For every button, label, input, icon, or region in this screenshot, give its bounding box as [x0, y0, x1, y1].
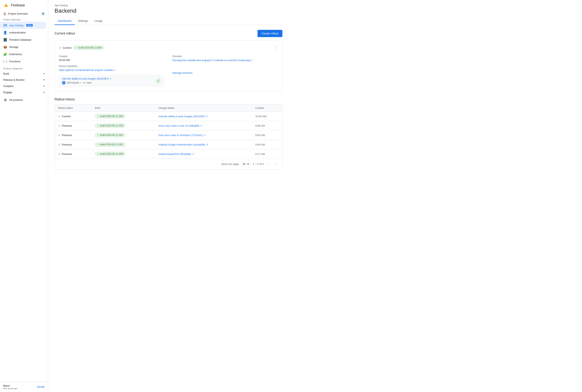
commit-check-icon: ✓: [156, 78, 161, 84]
items-per-page-label: Items per page:: [221, 162, 239, 166]
source-repo-url: https://github.com/jhuleatt/tmp-angular-…: [59, 68, 113, 72]
sidebar-header: Firebase: [0, 0, 48, 10]
row-change-link[interactable]: Post new chats to Firestore (7107a31) ↗: [158, 134, 206, 137]
build-check-icon: ✓: [76, 46, 78, 49]
pagination-info: 1 – 5 of 5: [253, 162, 264, 166]
sidebar-item-storage[interactable]: 📦 Storage: [0, 43, 46, 50]
create-rollout-button[interactable]: Create rollout: [258, 30, 282, 37]
chevron-down-icon: ▾: [43, 84, 45, 88]
sidebar-item-extensions[interactable]: 🧩 Extensions: [0, 50, 46, 58]
sidebar-item-functions[interactable]: {·} Functions: [0, 58, 46, 65]
build-check-icon: ✓: [97, 115, 99, 118]
created-time: 10:43 AM: [59, 58, 165, 62]
page-title: Backend: [55, 8, 282, 14]
sidebar-item-authentication[interactable]: 👤 Authentication: [0, 29, 46, 36]
row-build-badge: ✓ build-2024-05-11-000: [95, 152, 125, 156]
row-build-text: build-2024-05-11-002: [100, 134, 123, 136]
row-status: Current: [62, 115, 70, 118]
tabs-bar: Dashboard Settings Usage: [55, 17, 282, 25]
build-tag-badge: ✓ build-2024-05-11-004: [73, 46, 104, 50]
main-content: App Hosting Backend Dashboard Settings U…: [48, 0, 582, 392]
green-check-icon: ✓: [59, 46, 62, 50]
status-text: Current: [63, 46, 71, 49]
new-badge: NEW: [26, 24, 33, 26]
status-cell-0: ✓ Current: [58, 114, 89, 118]
col-status: Rollout Status: [55, 104, 92, 112]
row-check-icon: ✓: [58, 143, 61, 146]
commit-branch: main: [86, 81, 92, 84]
rollout-history-table: Rollout Status Build Change details Crea…: [55, 104, 282, 158]
domain-link[interactable]: friendlychat-codelab-test-angular17-code…: [173, 59, 253, 62]
per-page-select[interactable]: 10 25 50: [241, 162, 250, 166]
prev-page-button[interactable]: ‹: [267, 161, 271, 167]
row-change-link[interactable]: show new chats in the UI (198a89f) ↗: [158, 124, 202, 127]
all-products-label: All products: [9, 98, 23, 102]
category-build[interactable]: Build ▾: [0, 70, 48, 77]
category-release-monitor[interactable]: Release & Monitor ▾: [0, 77, 48, 83]
row-created: 9:49 AM: [252, 140, 282, 149]
category-analytics[interactable]: Analytics ▾: [0, 83, 48, 89]
sidebar-item-app-hosting[interactable]: App Hosting NEW: [0, 22, 46, 29]
sidebar-item-label: Extensions: [9, 53, 22, 56]
table-row: ✓ Previous ✓ build-2024-05-11-003 show n…: [55, 121, 282, 130]
all-products-icon: ⊞: [3, 98, 7, 102]
row-check-icon: ✓: [58, 124, 61, 128]
row-check-icon: ✓: [58, 114, 61, 118]
plan-name: Blaze: [3, 384, 17, 387]
breadcrumb: App Hosting: [55, 4, 282, 7]
status-cell-1: ✓ Previous: [58, 124, 89, 128]
modify-button[interactable]: Modify: [37, 386, 45, 388]
sidebar-footer: Blaze Pay as you go Modify: [0, 382, 48, 392]
row-change-link[interactable]: Install AngularFire (f04a06b) ↗: [158, 152, 194, 156]
extensions-icon: 🧩: [3, 52, 7, 56]
row-change-link[interactable]: Adding Google Authentication (dcaab0b) ↗: [158, 143, 208, 146]
functions-icon: {·}: [3, 59, 7, 63]
firebase-logo-icon: [3, 2, 9, 8]
more-options-button[interactable]: ⋮: [273, 44, 278, 51]
chevron-down-icon: ▾: [43, 78, 45, 81]
row-build-text: build-2024-05-11-003: [100, 124, 123, 127]
project-overview-item[interactable]: 🏠 Project Overview ⚙️: [0, 10, 48, 17]
current-rollout-card: ✓ Current ✓ build-2024-05-11-004 ⋮ Creat…: [55, 40, 282, 91]
next-page-button[interactable]: ›: [275, 161, 279, 167]
commit-link[interactable]: Add the ability to post images (6341067)…: [62, 77, 112, 80]
row-created: 9:27 AM: [252, 149, 282, 159]
row-build-text: build-2024-05-11-001: [100, 143, 123, 146]
external-link-icon2: ↗: [251, 59, 253, 62]
tab-dashboard[interactable]: Dashboard: [55, 17, 75, 25]
commit-title-text: Add the ability to post images (6341067)…: [62, 77, 112, 80]
domain-url: friendlychat-codelab-test-angular17-code…: [173, 59, 251, 62]
manage-domains-link[interactable]: Manage domains: [173, 71, 193, 74]
row-check-icon: ✓: [58, 152, 61, 156]
items-per-page: Items per page: 10 25 50: [221, 162, 250, 166]
build-check-icon: ✓: [97, 134, 99, 136]
tab-usage[interactable]: Usage: [91, 17, 106, 25]
row-change-link[interactable]: Add the ability to post images (6341067)…: [158, 115, 208, 118]
row-build-badge: ✓ build-2024-05-11-002: [95, 133, 125, 137]
sidebar-item-all-products[interactable]: ⊞ All products: [0, 96, 46, 104]
source-repo-label: Source repository: [59, 65, 165, 68]
source-repo-link[interactable]: https://github.com/jhuleatt/tmp-angular-…: [59, 68, 115, 72]
col-created: Created: [252, 104, 282, 112]
sidebar: Firebase 🏠 Project Overview ⚙️ Project s…: [0, 0, 48, 392]
status-cell-4: ✓ Previous: [58, 152, 89, 156]
row-build-text: build-2024-05-11-004: [100, 115, 123, 118]
row-created: 9:50 AM: [252, 130, 282, 140]
category-engage-label: Engage: [3, 91, 12, 94]
product-categories-label: Product categories: [0, 65, 48, 70]
category-build-label: Build: [3, 72, 9, 75]
row-build-text: build-2024-05-11-000: [100, 152, 123, 155]
row-created: 10:43 AM: [252, 112, 282, 121]
category-engage[interactable]: Engage ▾: [0, 89, 48, 96]
author-avatar: J: [62, 81, 66, 84]
row-build-badge: ✓ build-2024-05-11-001: [95, 142, 125, 147]
sidebar-item-firestore[interactable]: 🗄️ Firestore Database: [0, 36, 46, 43]
plan-subtitle: Pay as you go: [3, 387, 17, 390]
rollout-history-section: Rollout history Rollout Status Build Cha…: [55, 98, 282, 170]
tab-settings[interactable]: Settings: [75, 17, 92, 25]
build-tag-text: build-2024-05-11-004: [79, 46, 102, 49]
app-hosting-icon: [3, 23, 7, 27]
build-check-icon: ✓: [97, 152, 99, 155]
row-build-badge: ✓ build-2024-05-11-004: [95, 114, 125, 118]
gear-icon[interactable]: ⚙️: [41, 12, 45, 15]
